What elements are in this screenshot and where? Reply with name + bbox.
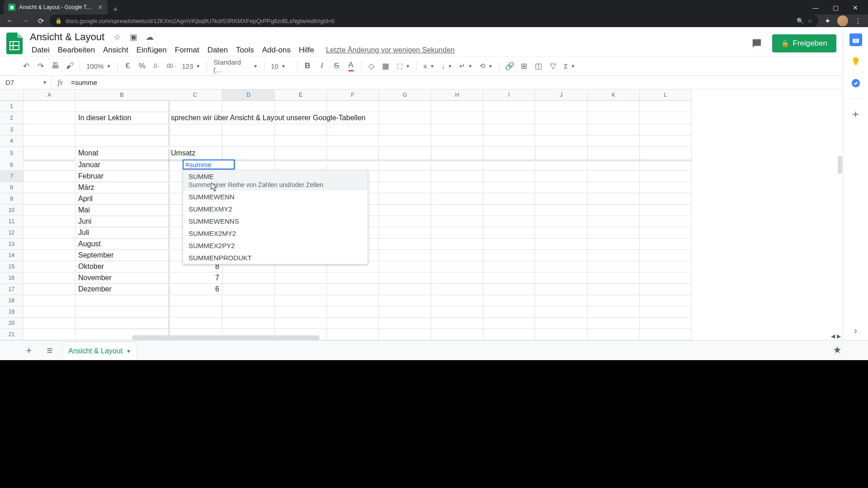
- cell[interactable]: [535, 101, 588, 112]
- cell[interactable]: [535, 205, 588, 216]
- row-header[interactable]: 2: [0, 112, 24, 124]
- row-header[interactable]: 17: [0, 284, 24, 295]
- column-header[interactable]: J: [535, 89, 588, 101]
- column-header[interactable]: H: [431, 89, 483, 101]
- keep-icon[interactable]: [849, 55, 862, 68]
- cell[interactable]: [222, 306, 275, 318]
- borders-button[interactable]: ▦: [379, 60, 392, 72]
- bold-button[interactable]: B: [301, 60, 314, 72]
- bookmark-icon[interactable]: ☆: [807, 18, 813, 24]
- cell[interactable]: [535, 239, 588, 250]
- cell[interactable]: [535, 124, 588, 136]
- cell[interactable]: [535, 284, 588, 295]
- cell[interactable]: [379, 227, 431, 239]
- cell[interactable]: [431, 112, 483, 124]
- suggestion-item[interactable]: SUMMEWENN: [183, 191, 368, 203]
- cell[interactable]: [588, 318, 640, 329]
- cell[interactable]: [379, 272, 431, 284]
- cell[interactable]: [327, 124, 379, 136]
- cell[interactable]: [168, 101, 222, 112]
- cell[interactable]: [483, 182, 535, 193]
- cell[interactable]: [379, 284, 431, 295]
- sheet-tab-menu-icon[interactable]: ▼: [126, 348, 131, 354]
- row-header[interactable]: 14: [0, 250, 24, 261]
- menu-daten[interactable]: Daten: [204, 44, 231, 56]
- insert-chart-button[interactable]: ◫: [532, 60, 545, 72]
- cell[interactable]: [275, 318, 327, 329]
- sheets-logo[interactable]: [5, 33, 24, 54]
- cell[interactable]: [588, 112, 640, 124]
- text-rotation-button[interactable]: ⟲▼: [477, 62, 495, 70]
- row-header[interactable]: 1: [0, 101, 24, 112]
- cell[interactable]: [379, 250, 431, 261]
- vertical-scrollbar[interactable]: [837, 101, 843, 335]
- cell[interactable]: [222, 112, 275, 124]
- cell[interactable]: [588, 295, 640, 306]
- cell[interactable]: Juni: [75, 216, 168, 227]
- cell[interactable]: [24, 124, 75, 136]
- cell[interactable]: [431, 136, 483, 147]
- tasks-icon[interactable]: [849, 77, 862, 89]
- cell[interactable]: [24, 250, 75, 261]
- cell[interactable]: [483, 193, 535, 205]
- cell[interactable]: [483, 101, 535, 112]
- cell[interactable]: [24, 295, 75, 306]
- cell[interactable]: [379, 193, 431, 205]
- cell[interactable]: [431, 295, 483, 306]
- cell[interactable]: [431, 227, 483, 239]
- cell[interactable]: Monat: [75, 147, 168, 160]
- row-header[interactable]: 5: [0, 147, 24, 160]
- row-header[interactable]: 8: [0, 182, 24, 193]
- new-tab-button[interactable]: +: [108, 5, 123, 14]
- cell[interactable]: [379, 160, 431, 171]
- undo-button[interactable]: ↶: [20, 60, 33, 72]
- cell[interactable]: [275, 306, 327, 318]
- cell[interactable]: [222, 318, 275, 329]
- cell[interactable]: [640, 112, 692, 124]
- column-header[interactable]: L: [640, 89, 692, 101]
- zoom-select[interactable]: 100%▼: [84, 62, 113, 70]
- column-header[interactable]: A: [24, 89, 75, 101]
- cell[interactable]: [431, 160, 483, 171]
- cell[interactable]: [535, 193, 588, 205]
- strikethrough-button[interactable]: S: [330, 60, 343, 72]
- suggestion-item[interactable]: SUMMEWENNS: [183, 215, 368, 227]
- insert-link-button[interactable]: 🔗: [503, 60, 516, 72]
- cell[interactable]: [75, 136, 168, 147]
- cell[interactable]: [327, 318, 379, 329]
- cell[interactable]: Januar: [75, 160, 168, 171]
- cell[interactable]: [431, 124, 483, 136]
- cell[interactable]: [431, 318, 483, 329]
- cell[interactable]: [24, 112, 75, 124]
- cell[interactable]: [168, 295, 222, 306]
- cell[interactable]: Oktober: [75, 261, 168, 272]
- cell[interactable]: [275, 284, 327, 295]
- cell[interactable]: [588, 101, 640, 112]
- cell[interactable]: In dieser Lektion: [75, 112, 168, 124]
- cell[interactable]: [535, 295, 588, 306]
- cell[interactable]: [379, 318, 431, 329]
- row-header[interactable]: 6: [0, 160, 24, 171]
- cell[interactable]: [75, 101, 168, 112]
- suggestion-item[interactable]: SUMMEX2MY2: [183, 227, 368, 239]
- cell[interactable]: [483, 205, 535, 216]
- window-close-button[interactable]: ✕: [846, 1, 864, 14]
- cell[interactable]: [431, 147, 483, 160]
- column-header[interactable]: I: [483, 89, 535, 101]
- cell[interactable]: [24, 171, 75, 182]
- font-size-select[interactable]: 10▼: [268, 62, 293, 70]
- select-all-corner[interactable]: [0, 89, 24, 101]
- cell[interactable]: [222, 124, 275, 136]
- menu-einfuegen[interactable]: Einfügen: [133, 44, 170, 56]
- zoom-indicator-icon[interactable]: 🔍: [797, 18, 804, 24]
- suggestion-item[interactable]: SUMMENPRODUKT: [183, 252, 368, 264]
- row-header[interactable]: 7: [0, 171, 24, 182]
- cell[interactable]: [431, 250, 483, 261]
- tab-close-icon[interactable]: ✕: [98, 4, 103, 11]
- cell[interactable]: [431, 182, 483, 193]
- merge-cells-button[interactable]: ⬚▼: [394, 62, 413, 70]
- cell[interactable]: [24, 136, 75, 147]
- cell[interactable]: [24, 147, 75, 160]
- cell[interactable]: [327, 101, 379, 112]
- cell[interactable]: [379, 261, 431, 272]
